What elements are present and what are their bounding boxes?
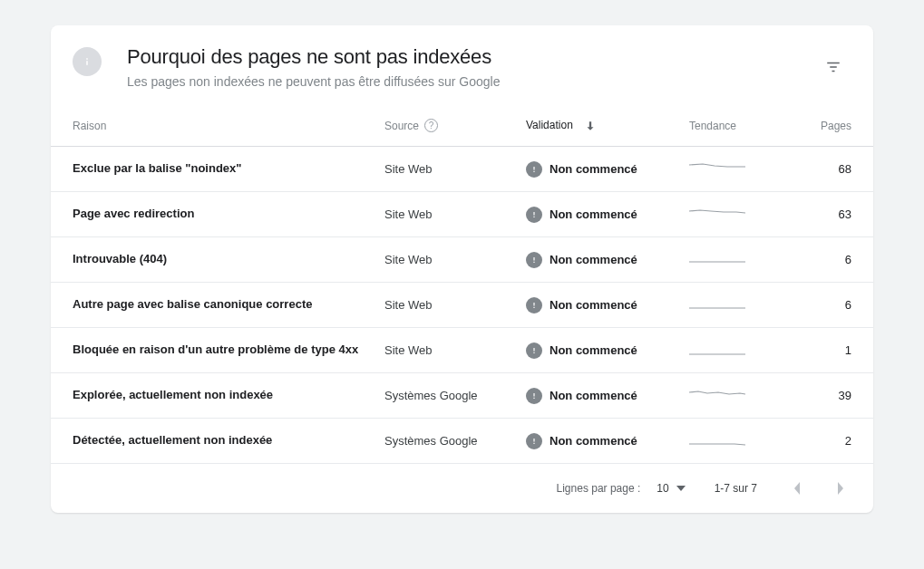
table-row[interactable]: Page avec redirectionSite WebNon commenc… xyxy=(51,192,873,237)
help-icon[interactable]: ? xyxy=(424,119,438,132)
validation-cell: Non commencé xyxy=(526,342,689,359)
col-header-validation[interactable]: Validation xyxy=(526,119,689,132)
pages-cell: 68 xyxy=(771,162,851,176)
source-cell: Systèmes Google xyxy=(384,389,526,402)
pages-cell: 6 xyxy=(771,298,851,312)
alert-icon xyxy=(526,297,542,313)
validation-cell: Non commencé xyxy=(526,252,689,268)
trend-cell xyxy=(689,432,771,449)
col-header-trend[interactable]: Tendance xyxy=(689,120,771,132)
validation-status: Non commencé xyxy=(550,434,637,448)
validation-status: Non commencé xyxy=(550,298,637,312)
reason-cell: Bloquée en raison d'un autre problème de… xyxy=(73,342,384,359)
prev-page-button[interactable] xyxy=(779,470,815,506)
table-row[interactable]: Explorée, actuellement non indexéeSystèm… xyxy=(51,373,873,419)
card-subtitle: Les pages non indexées ne peuvent pas êt… xyxy=(127,74,815,89)
pages-cell: 1 xyxy=(771,343,851,357)
reason-cell: Détectée, actuellement non indexée xyxy=(73,432,384,449)
validation-cell: Non commencé xyxy=(526,207,689,223)
sparkline-icon xyxy=(689,251,745,265)
rows-per-page-select[interactable]: 10 xyxy=(657,482,685,495)
trend-cell xyxy=(689,342,771,359)
alert-icon xyxy=(526,252,542,268)
sparkline-icon xyxy=(689,160,745,175)
col-header-source-label: Source xyxy=(384,120,419,132)
col-header-pages[interactable]: Pages xyxy=(771,120,851,132)
table-row[interactable]: Détectée, actuellement non indexéeSystèm… xyxy=(51,419,873,464)
trend-cell xyxy=(689,251,771,268)
filter-icon xyxy=(825,59,841,75)
alert-icon xyxy=(526,207,542,223)
source-cell: Site Web xyxy=(384,207,526,221)
table-body: Exclue par la balise "noindex"Site WebNo… xyxy=(51,147,873,464)
sparkline-icon xyxy=(689,432,745,447)
alert-icon xyxy=(526,161,542,178)
sparkline-icon xyxy=(689,296,745,311)
chevron-right-icon xyxy=(836,482,845,495)
next-page-button[interactable] xyxy=(822,470,859,506)
indexing-reasons-card: Pourquoi des pages ne sont pas indexées … xyxy=(51,25,873,513)
reason-cell: Page avec redirection xyxy=(73,206,384,223)
trend-cell xyxy=(689,206,771,223)
table-row[interactable]: Introuvable (404)Site WebNon commencé6 xyxy=(51,237,873,283)
col-header-source[interactable]: Source ? xyxy=(384,119,526,132)
pages-cell: 6 xyxy=(771,253,851,266)
table-row[interactable]: Autre page avec balise canonique correct… xyxy=(51,283,873,328)
card-header: Pourquoi des pages ne sont pas indexées … xyxy=(51,25,873,105)
validation-status: Non commencé xyxy=(550,389,637,402)
trend-cell xyxy=(689,160,771,178)
alert-icon xyxy=(526,388,542,404)
filter-button[interactable] xyxy=(815,49,851,85)
trend-cell xyxy=(689,296,771,313)
validation-cell: Non commencé xyxy=(526,388,689,404)
validation-status: Non commencé xyxy=(550,343,637,357)
alert-icon xyxy=(526,342,542,359)
pages-cell: 63 xyxy=(771,207,851,221)
source-cell: Systèmes Google xyxy=(384,434,526,448)
rows-per-page-value: 10 xyxy=(657,482,668,495)
validation-status: Non commencé xyxy=(550,207,637,221)
table-footer: Lignes par page : 10 1-7 sur 7 xyxy=(51,464,873,513)
validation-status: Non commencé xyxy=(550,162,637,176)
col-header-validation-label: Validation xyxy=(526,119,573,131)
reason-cell: Explorée, actuellement non indexée xyxy=(73,387,384,404)
info-icon xyxy=(73,47,102,76)
col-header-reason[interactable]: Raison xyxy=(73,120,384,132)
rows-per-page-label: Lignes par page : xyxy=(557,482,641,495)
source-cell: Site Web xyxy=(384,253,526,266)
pagination-range: 1-7 sur 7 xyxy=(715,482,757,495)
source-cell: Site Web xyxy=(384,162,526,176)
card-title: Pourquoi des pages ne sont pas indexées xyxy=(127,45,815,69)
source-cell: Site Web xyxy=(384,298,526,312)
trend-cell xyxy=(689,387,771,404)
validation-cell: Non commencé xyxy=(526,161,689,178)
reason-cell: Introuvable (404) xyxy=(73,251,384,268)
validation-cell: Non commencé xyxy=(526,297,689,313)
table-row[interactable]: Exclue par la balise "noindex"Site WebNo… xyxy=(51,147,873,192)
sparkline-icon xyxy=(689,342,745,356)
sparkline-icon xyxy=(689,387,745,401)
reason-cell: Autre page avec balise canonique correct… xyxy=(73,296,384,313)
sort-down-icon xyxy=(580,119,597,132)
dropdown-icon xyxy=(676,486,686,491)
sparkline-icon xyxy=(689,206,745,220)
alert-icon xyxy=(526,433,542,449)
header-text: Pourquoi des pages ne sont pas indexées … xyxy=(127,45,815,89)
chevron-left-icon xyxy=(793,482,802,495)
validation-cell: Non commencé xyxy=(526,433,689,449)
table-row[interactable]: Bloquée en raison d'un autre problème de… xyxy=(51,328,873,373)
pages-cell: 2 xyxy=(771,434,851,448)
validation-status: Non commencé xyxy=(550,253,637,266)
source-cell: Site Web xyxy=(384,343,526,357)
table-head: Raison Source ? Validation Tendance Page… xyxy=(51,105,873,147)
pages-cell: 39 xyxy=(771,389,851,402)
reason-cell: Exclue par la balise "noindex" xyxy=(73,160,384,178)
